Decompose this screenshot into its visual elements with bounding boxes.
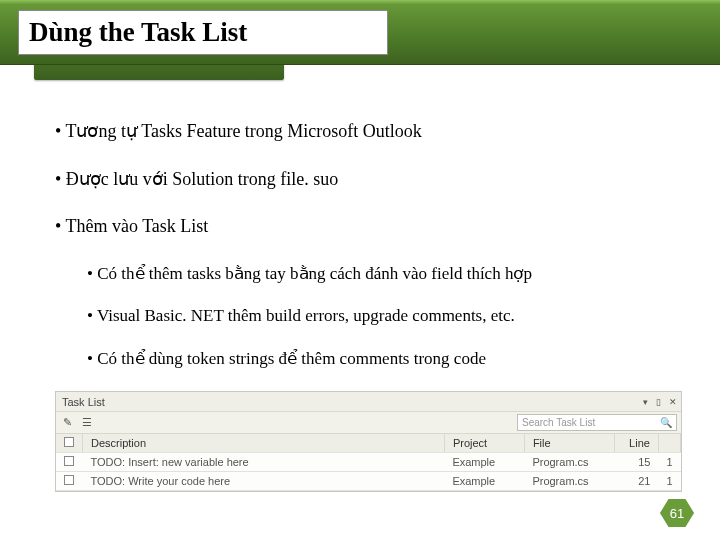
search-placeholder: Search Task List [522, 417, 595, 428]
bullet-item: Được lưu với Solution trong file. suo [55, 168, 720, 190]
bullet-item: Thêm vào Task List [55, 216, 720, 237]
new-task-icon[interactable]: ✎ [60, 416, 74, 430]
row-extra: 1 [658, 472, 680, 491]
search-icon: 🔍 [660, 417, 672, 428]
table-row[interactable]: TODO: Write your code here Example Progr… [56, 472, 681, 491]
table-header-row: Description Project File Line [56, 434, 681, 453]
task-list-panel: Task List ▾ ▯ ✕ ✎ ☰ Search Task List 🔍 D… [55, 391, 682, 492]
panel-title-controls: ▾ ▯ ✕ [641, 397, 679, 407]
row-description: TODO: Insert: new variable here [83, 453, 445, 472]
task-table: Description Project File Line TODO: Inse… [56, 434, 681, 491]
toolbar-left: ✎ ☰ [60, 416, 94, 430]
row-checkbox[interactable] [56, 472, 83, 491]
sub-bullet-item: Visual Basic. NET thêm build errors, upg… [87, 306, 720, 326]
dropdown-icon[interactable]: ▾ [641, 397, 650, 407]
header-extra [658, 434, 680, 453]
page-number-badge: 61 [660, 498, 694, 528]
content-area: Tương tự Tasks Feature trong Microsoft O… [0, 65, 720, 369]
header-accent [0, 0, 720, 4]
search-input[interactable]: Search Task List 🔍 [517, 414, 677, 431]
header-line[interactable]: Line [614, 434, 658, 453]
sub-bullet-item: Có thể thêm tasks bằng tay bằng cách đán… [87, 263, 720, 284]
panel-toolbar: ✎ ☰ Search Task List 🔍 [56, 412, 681, 434]
row-file: Program.cs [524, 472, 614, 491]
row-description: TODO: Write your code here [83, 472, 445, 491]
close-icon[interactable]: ✕ [667, 397, 679, 407]
slide-title: Dùng the Task List [18, 10, 388, 55]
row-line: 21 [614, 472, 658, 491]
slide-header: Dùng the Task List [0, 0, 720, 65]
row-project: Example [444, 472, 524, 491]
pin-icon[interactable]: ▯ [654, 397, 663, 407]
table-row[interactable]: TODO: Insert: new variable here Example … [56, 453, 681, 472]
panel-titlebar: Task List ▾ ▯ ✕ [56, 392, 681, 412]
row-file: Program.cs [524, 453, 614, 472]
filter-icon[interactable]: ☰ [80, 416, 94, 430]
panel-title-text: Task List [62, 396, 105, 408]
row-checkbox[interactable] [56, 453, 83, 472]
row-line: 15 [614, 453, 658, 472]
header-project[interactable]: Project [444, 434, 524, 453]
bullet-item: Tương tự Tasks Feature trong Microsoft O… [55, 120, 720, 142]
row-project: Example [444, 453, 524, 472]
sub-bullet-item: Có thể dùng token strings để thêm commen… [87, 348, 720, 369]
header-file[interactable]: File [524, 434, 614, 453]
header-checkbox[interactable] [56, 434, 83, 453]
row-extra: 1 [658, 453, 680, 472]
header-description[interactable]: Description [83, 434, 445, 453]
